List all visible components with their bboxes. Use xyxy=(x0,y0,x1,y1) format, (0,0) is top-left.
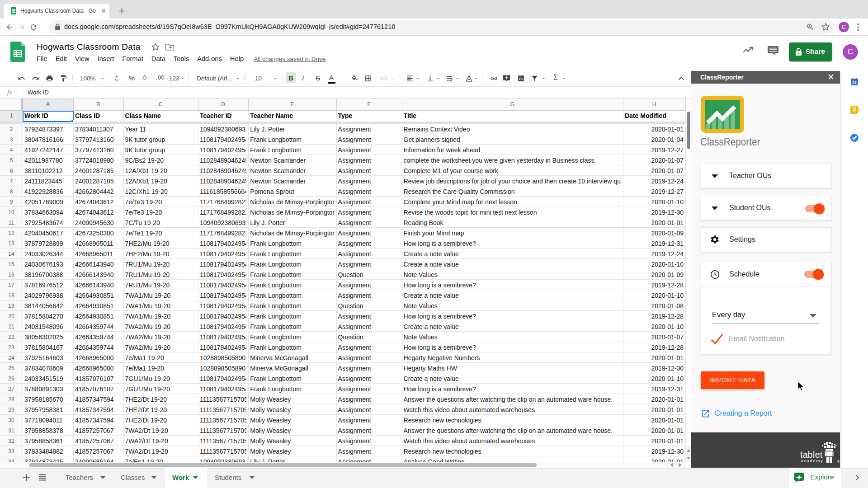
svg-text:31: 31 xyxy=(852,80,857,85)
